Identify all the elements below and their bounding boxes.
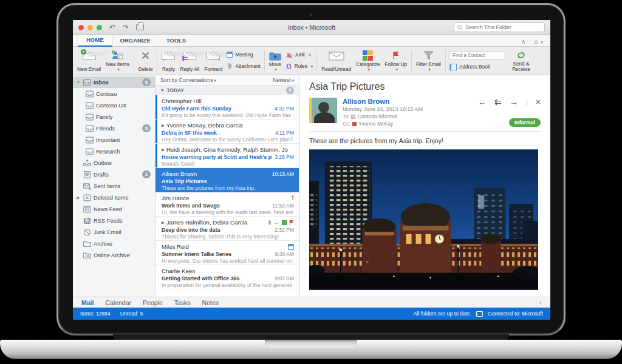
message-row[interactable]: ▶Heidi Joseph, Gina Kennedy, Ralph Stamm… bbox=[156, 144, 299, 168]
move-button[interactable]: Move bbox=[267, 48, 284, 73]
sidebar-item-contoso[interactable]: Contoso bbox=[73, 88, 155, 99]
rules-button[interactable]: Rules bbox=[285, 63, 313, 70]
folder-search-field[interactable] bbox=[454, 22, 545, 32]
tab-people[interactable]: People bbox=[143, 299, 163, 306]
count-badge: 1 bbox=[142, 170, 151, 178]
delete-message-icon[interactable]: × bbox=[536, 98, 541, 106]
collapse-pane-icon[interactable]: ‹ bbox=[539, 298, 542, 307]
sidebar-item-archive[interactable]: Archive bbox=[73, 238, 155, 249]
find-contact-input[interactable] bbox=[453, 53, 502, 58]
collapse-ribbon-icon[interactable]: ∧ bbox=[521, 38, 525, 45]
expand-conversation-icon[interactable]: ▶ bbox=[162, 123, 165, 128]
address-book-icon bbox=[449, 64, 457, 70]
print-icon[interactable] bbox=[136, 24, 144, 30]
tab-organize[interactable]: ORGANIZE bbox=[112, 35, 159, 46]
message-row[interactable]: ▶James Halmilton, Debra Garcia ← Deep di… bbox=[156, 217, 299, 241]
flag-icon bbox=[392, 51, 400, 60]
sidebar-item-friends[interactable]: Friends5 bbox=[73, 123, 155, 134]
tab-calendar[interactable]: Calendar bbox=[105, 299, 131, 306]
connection-status: Connected to: Microsoft bbox=[488, 311, 543, 317]
title-bar: ↶ ↷ Inbox • Microsoft bbox=[73, 20, 550, 35]
filter-email-label: Filter Email bbox=[416, 62, 441, 67]
junk-label: Junk bbox=[295, 52, 305, 58]
collapse-folder-icon[interactable]: ▼ bbox=[76, 80, 81, 84]
expand-folder-icon[interactable]: ▶ bbox=[76, 195, 81, 200]
sidebar-item-deleted-items[interactable]: ▶Deleted Items bbox=[73, 192, 155, 203]
close-window-button[interactable] bbox=[78, 25, 84, 30]
sidebar-item-research[interactable]: Research bbox=[73, 146, 155, 157]
find-contact-field[interactable] bbox=[449, 51, 505, 60]
categorize-button[interactable]: Categorize bbox=[354, 48, 383, 73]
message-row[interactable]: Christopher Hill Old Hyde Farm this Sund… bbox=[156, 95, 299, 120]
meeting-button[interactable]: Meeting bbox=[227, 52, 260, 58]
webcam-dot bbox=[310, 13, 313, 16]
collapse-group-icon[interactable]: ▼ bbox=[160, 88, 164, 92]
tab-notes[interactable]: Notes bbox=[202, 299, 219, 306]
sidebar-item-sent-items[interactable]: Sent Items bbox=[73, 180, 155, 192]
filter-email-button[interactable]: Filter Email bbox=[414, 48, 443, 73]
reply-icon[interactable]: ← bbox=[478, 98, 487, 106]
new-email-button[interactable]: + New Email bbox=[75, 48, 103, 73]
new-items-icon bbox=[111, 50, 123, 61]
attachment-button[interactable]: Attachment bbox=[227, 62, 260, 70]
forward-icon[interactable]: → bbox=[510, 98, 518, 106]
message-row[interactable]: ▶Yvonne McKay, Debra Garcia Debra in SF … bbox=[156, 120, 299, 144]
expand-conversation-icon[interactable]: ▶ bbox=[162, 147, 165, 152]
sidebar-item-news-feed[interactable]: News Feed bbox=[73, 203, 155, 215]
send-receive-label: Send & Receive bbox=[510, 61, 533, 72]
sort-by-dropdown[interactable]: Sort by Conversations bbox=[160, 77, 216, 83]
status-bar: Items: 12884 Unread: 5 All folders are u… bbox=[73, 308, 550, 320]
follow-up-button[interactable]: Follow Up bbox=[383, 48, 409, 73]
group-header-today[interactable]: ▼ TODAY 5 bbox=[156, 86, 299, 95]
replied-icon: ← bbox=[274, 220, 280, 226]
tab-tools[interactable]: TOOLS bbox=[159, 35, 194, 46]
reply-button[interactable]: ← Reply bbox=[159, 48, 177, 73]
high-importance-icon: ! bbox=[292, 195, 294, 201]
reply-all-icon[interactable]: ⇇ bbox=[494, 98, 502, 106]
read-unread-button[interactable]: Read/Unread bbox=[319, 48, 354, 73]
reply-label: Reply bbox=[162, 67, 175, 72]
zoom-window-button[interactable] bbox=[97, 25, 102, 30]
move-label: Move bbox=[269, 62, 281, 67]
sidebar-item-drafts[interactable]: Drafts1 bbox=[73, 169, 155, 180]
junk-button[interactable]: Junk bbox=[285, 52, 313, 58]
tab-mail[interactable]: Mail bbox=[81, 299, 94, 306]
sidebar-item-online-archive[interactable]: Online Archive bbox=[73, 249, 155, 261]
sidebar-item-family[interactable]: Family bbox=[73, 111, 155, 123]
message-row-selected[interactable]: Allison Brown10:15 AM Asia Trip Pictures… bbox=[156, 168, 299, 192]
sidebar-item-junk-email[interactable]: Junk Email bbox=[73, 226, 155, 238]
cc-recipient[interactable]: Yvonne McKay bbox=[358, 121, 393, 127]
sidebar-item-contoso-ux[interactable]: Contoso UX bbox=[73, 99, 155, 111]
send-receive-button[interactable]: Send & Receive bbox=[507, 48, 535, 73]
undo-icon[interactable]: ↶ bbox=[109, 24, 115, 31]
delete-button[interactable]: Delete bbox=[136, 48, 156, 73]
tab-tasks[interactable]: Tasks bbox=[174, 299, 191, 306]
message-row[interactable]: Miles Reid Summer Intern Talks Series9:3… bbox=[156, 241, 299, 265]
reply-arrow-icon: ← bbox=[161, 55, 168, 62]
sidebar-item-important[interactable]: Important bbox=[73, 134, 155, 146]
minimize-window-button[interactable] bbox=[87, 25, 93, 30]
feedback-smiley-icon[interactable]: ☺ bbox=[533, 38, 543, 45]
address-book-button[interactable]: Address Book bbox=[449, 64, 505, 70]
message-list: Sort by Conversations Newest ▼ TODAY 5 C… bbox=[156, 75, 299, 297]
sidebar-item-outbox[interactable]: Outbox bbox=[73, 157, 155, 169]
meeting-invite-icon bbox=[288, 244, 294, 250]
sidebar-item-rss-feeds[interactable]: RSS Feeds bbox=[73, 215, 155, 226]
order-dropdown[interactable]: Newest bbox=[273, 77, 294, 83]
redo-icon[interactable]: ↷ bbox=[123, 24, 129, 31]
tab-home[interactable]: HOME bbox=[78, 34, 112, 47]
sidebar-item-inbox[interactable]: ▼ Inbox5 bbox=[73, 76, 155, 88]
window-title: Inbox • Microsoft bbox=[288, 24, 335, 31]
module-tab-bar: Mail Calendar People Tasks Notes ‹ bbox=[73, 297, 550, 308]
email-photo-tokyo-station bbox=[309, 149, 538, 290]
email-subject: Asia Trip Pictures bbox=[309, 81, 541, 92]
search-input[interactable] bbox=[465, 24, 541, 30]
address-book-label: Address Book bbox=[459, 64, 490, 70]
folder-sidebar: ▼ Inbox5 Contoso Contoso UX Family Frien… bbox=[73, 75, 156, 297]
expand-conversation-icon[interactable]: ▶ bbox=[162, 220, 165, 225]
message-row[interactable]: Charlie Keen Getting Started with Office… bbox=[156, 265, 299, 289]
email-date: Monday June 24, 2013 10:15 AM bbox=[343, 106, 478, 112]
to-recipient[interactable]: Contoso Informal bbox=[357, 113, 397, 120]
sender-name[interactable]: Allison Brown bbox=[343, 98, 478, 105]
message-row[interactable]: Jim Hance! Work Items and Swags11:52 AM … bbox=[156, 192, 299, 217]
